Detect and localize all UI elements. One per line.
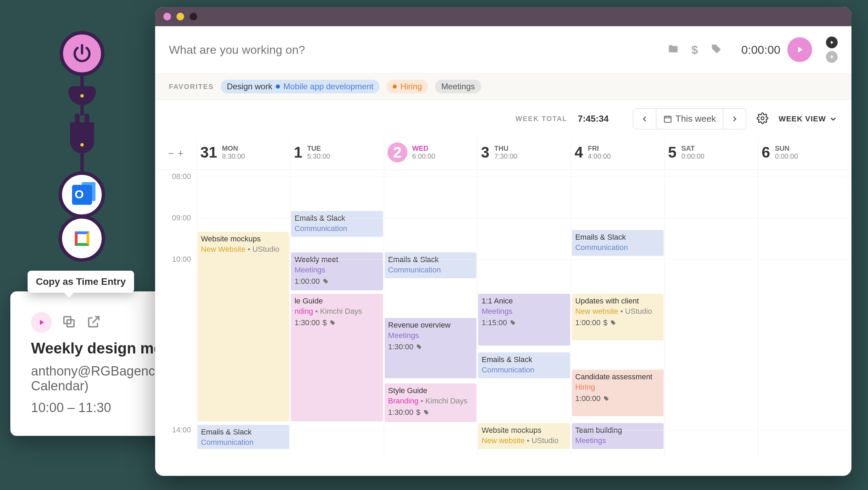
tag-icon xyxy=(423,409,430,416)
tag-icon[interactable] xyxy=(710,43,722,56)
day-of-week: TUE xyxy=(307,144,330,152)
next-week-button[interactable] xyxy=(723,109,746,129)
day-of-week: FRI xyxy=(588,144,611,152)
calendar-event[interactable]: Revenue overviewMeetings1:30:00 xyxy=(385,318,476,378)
tag-icon xyxy=(330,320,336,326)
day-of-week: SUN xyxy=(775,144,798,152)
time-label: 09:00 xyxy=(172,213,191,222)
integration-rail xyxy=(59,31,105,262)
window-minimize-icon[interactable] xyxy=(176,13,184,20)
day-number: 6 xyxy=(762,144,770,161)
calendar-grid: 08:0009:0010:0014:00 Website mockupsNew … xyxy=(155,170,851,456)
day-total-time: 7:30:00 xyxy=(494,152,517,160)
expand-button[interactable]: + xyxy=(178,148,184,159)
prev-week-button[interactable] xyxy=(633,109,656,129)
billable-icon: $ xyxy=(603,318,607,328)
calendar-event[interactable]: 1:1 AniceMeetings1:15:00 xyxy=(478,294,570,346)
play-event-button[interactable] xyxy=(31,312,52,333)
week-total-value: 7:45:34 xyxy=(578,113,609,124)
week-total-label: WEEK TOTAL xyxy=(516,115,567,123)
day-header[interactable]: 3THU7:30:00 xyxy=(477,138,571,169)
window-zoom-icon[interactable] xyxy=(190,13,197,20)
day-total-time: 8:30:00 xyxy=(222,152,245,160)
day-header-row: − + 31MON8:30:001TUE5:30:002WED6:00:003T… xyxy=(155,138,851,170)
day-total-time: 0:00:00 xyxy=(775,152,798,160)
calendar-event[interactable]: Emails & SlackCommunication xyxy=(198,425,289,449)
day-header[interactable]: 4FRI4:00:00 xyxy=(571,138,664,169)
time-label: 08:00 xyxy=(172,172,191,181)
day-of-week: WED xyxy=(412,144,435,152)
calendar-event[interactable]: Emails & SlackCommunication xyxy=(478,352,570,378)
svg-rect-2 xyxy=(664,116,671,122)
day-number: 5 xyxy=(668,144,676,161)
day-number: 2 xyxy=(387,142,407,162)
copy-tooltip: Copy as Time Entry xyxy=(28,271,134,293)
tag-icon xyxy=(603,396,609,402)
billable-icon: $ xyxy=(323,318,327,328)
billable-icon: $ xyxy=(416,407,420,418)
start-timer-button[interactable] xyxy=(787,37,812,62)
favorites-bar: FAVORITES Design work Mobile app develop… xyxy=(155,73,851,100)
calendar-event[interactable]: Website mockupsNew website • UStudio xyxy=(478,423,570,449)
tag-icon xyxy=(510,320,516,326)
day-number: 3 xyxy=(481,144,489,161)
time-label: 10:00 xyxy=(172,255,191,264)
calendar-event[interactable]: Emails & SlackCommunication xyxy=(572,230,664,256)
date-range-button[interactable]: This week xyxy=(656,109,723,129)
window-close-icon[interactable] xyxy=(163,13,171,20)
socket-icon xyxy=(68,86,96,105)
day-of-week: SAT xyxy=(682,144,705,152)
timer-mode-icon[interactable] xyxy=(826,37,838,48)
day-header[interactable]: 2WED6:00:00 xyxy=(384,138,477,169)
timer-description-input[interactable] xyxy=(169,43,660,57)
calendar-event[interactable]: Updates with clientNew website • UStudio… xyxy=(572,294,664,340)
favorite-chip[interactable]: Meetings xyxy=(435,80,481,93)
view-dropdown[interactable]: WEEK VIEW xyxy=(779,114,838,123)
day-total-time: 0:00:00 xyxy=(682,152,705,160)
folder-icon[interactable] xyxy=(667,43,679,56)
settings-button[interactable] xyxy=(757,112,768,126)
billable-icon[interactable]: $ xyxy=(692,43,698,57)
google-calendar-integration[interactable] xyxy=(59,215,105,262)
toggl-power-icon[interactable] xyxy=(60,31,104,76)
day-total-time: 5:30:00 xyxy=(307,152,330,160)
tag-icon xyxy=(416,344,422,350)
calendar-event[interactable]: Emails & SlackCommunication xyxy=(291,211,383,237)
outlook-integration[interactable] xyxy=(59,171,105,218)
open-external-icon[interactable] xyxy=(86,314,101,331)
calendar-event[interactable]: Team buildingMeetings xyxy=(572,423,664,449)
calendar-event[interactable]: Emails & SlackCommunication xyxy=(385,252,476,278)
window-titlebar xyxy=(155,7,851,26)
day-header[interactable]: 5SAT0:00:00 xyxy=(664,138,758,169)
tag-icon xyxy=(323,278,329,284)
day-header[interactable]: 31MON8:30:00 xyxy=(196,138,290,169)
day-header[interactable]: 6SUN0:00:00 xyxy=(758,138,851,169)
calendar-event[interactable]: Weekly meetMeetings1:00:00 xyxy=(291,252,383,290)
favorites-label: FAVORITES xyxy=(169,83,214,91)
time-label: 14:00 xyxy=(172,426,191,434)
copy-icon[interactable] xyxy=(61,314,77,331)
day-of-week: THU xyxy=(494,144,517,152)
manual-mode-icon[interactable] xyxy=(826,51,838,63)
day-number: 4 xyxy=(575,144,583,161)
collapse-button[interactable]: − xyxy=(168,148,174,159)
calendar-event[interactable]: Website mockupsNew Website • UStudio xyxy=(198,232,289,421)
plug-icon xyxy=(70,116,94,153)
timer-value: 0:00:00 xyxy=(741,43,780,57)
favorite-chip[interactable]: Hiring xyxy=(386,80,428,93)
tag-icon xyxy=(610,320,616,326)
calendar-event[interactable]: Candidate assessmentHiring1:00:00 xyxy=(572,370,664,416)
day-total-time: 6:00:00 xyxy=(412,152,435,160)
day-header[interactable]: 1TUE5:30:00 xyxy=(290,138,383,169)
calendar-event[interactable]: Style GuideBranding • Kimchi Days1:30:00… xyxy=(385,383,476,422)
svg-point-3 xyxy=(761,117,764,120)
app-window: $ 0:00:00 FAVORITES Design work Mobile a… xyxy=(155,7,851,476)
calendar-event[interactable]: le Guidending • Kimchi Days1:30:00$ xyxy=(291,294,383,421)
day-number: 31 xyxy=(200,144,217,161)
favorite-chip[interactable]: Design work Mobile app development xyxy=(221,80,380,93)
day-number: 1 xyxy=(294,144,302,161)
day-of-week: MON xyxy=(222,144,245,152)
day-total-time: 4:00:00 xyxy=(588,152,611,160)
